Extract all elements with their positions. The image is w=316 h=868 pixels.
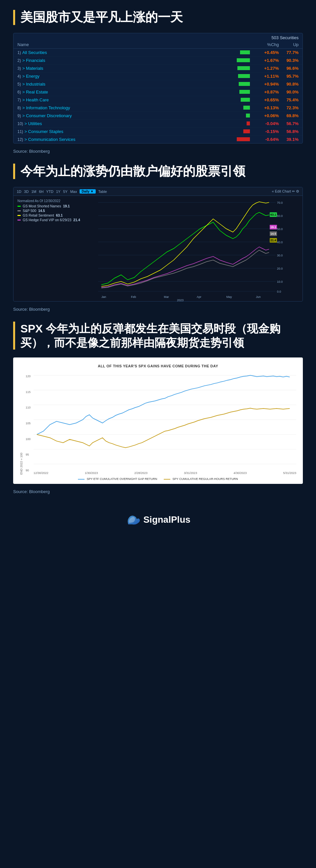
row-chg: +0.13% bbox=[252, 105, 279, 110]
bar-block bbox=[239, 90, 250, 94]
row-num: 11) bbox=[17, 129, 23, 134]
legend-color-1 bbox=[17, 206, 21, 207]
table-row: 2)> Financials+1.67%90.3% bbox=[13, 57, 303, 64]
xtick-4: 3/31/2023 bbox=[184, 471, 197, 475]
col-chg-header: %Chg bbox=[252, 42, 279, 47]
period-ytd[interactable]: YTD bbox=[46, 190, 53, 193]
row-name-text[interactable]: > Industrials bbox=[22, 82, 45, 87]
svg-text:19.1: 19.1 bbox=[270, 225, 276, 229]
ytick-90: 90 bbox=[26, 469, 32, 472]
row-name-text[interactable]: > Utilities bbox=[24, 121, 42, 126]
xtick-6: 5/31/2023 bbox=[283, 471, 296, 475]
legend-gold-line bbox=[164, 479, 170, 479]
row-name-text[interactable]: > Consumer Discretionary bbox=[22, 113, 72, 118]
period-max[interactable]: Max bbox=[70, 190, 77, 193]
row-up: 72.3% bbox=[279, 105, 299, 110]
svg-text:40.0: 40.0 bbox=[277, 241, 283, 244]
row-num: 7) bbox=[17, 98, 21, 102]
table-row: 7)> Health Care+0.65%75.4% bbox=[13, 96, 303, 104]
row-name-text[interactable]: All Securities bbox=[22, 50, 47, 55]
svg-text:Jun: Jun bbox=[256, 295, 261, 299]
table-row: 11)> Consumer Staples-0.15%56.8% bbox=[13, 128, 303, 135]
section1-title: 美国股市又是平凡上涨的一天 bbox=[21, 10, 303, 25]
row-chg: +1.67% bbox=[252, 58, 279, 63]
section3-title-block: SPX 今年为止的反弹都发生在美国交易时段（现金购买），而不是像之前那样由隔夜期… bbox=[13, 321, 303, 349]
legend-item-4: GS Hedge Fund VIP on 6/29/23 21.4 bbox=[17, 218, 80, 222]
row-name-text[interactable]: > Financials bbox=[22, 58, 45, 63]
row-bar bbox=[233, 121, 252, 125]
svg-text:30.0: 30.0 bbox=[277, 254, 283, 257]
bar-block bbox=[237, 66, 250, 70]
table-row: 1)All Securities+0.45%77.7% bbox=[13, 49, 303, 57]
legend-val-1: 19.1 bbox=[63, 204, 70, 208]
row-name-text[interactable]: > Communication Services bbox=[24, 137, 75, 142]
row-bar bbox=[233, 82, 252, 86]
securities-count: 503 Securities bbox=[272, 35, 299, 40]
chart2-body: END 2022 = 100 120 115 110 105 100 95 90 bbox=[20, 372, 296, 475]
svg-text:20.0: 20.0 bbox=[277, 267, 283, 270]
period-1y[interactable]: 1Y bbox=[56, 190, 60, 193]
svg-text:63.1: 63.1 bbox=[270, 213, 276, 216]
col-up-header: Up bbox=[279, 42, 299, 47]
row-chg: +0.87% bbox=[252, 90, 279, 94]
legend-color-4 bbox=[17, 220, 21, 221]
table-btn[interactable]: Table bbox=[98, 190, 107, 193]
section2-title-block: 今年为止的涨势仍由散户偏好的股票引领 bbox=[13, 164, 303, 179]
row-num: 10) bbox=[17, 121, 23, 126]
period-1d[interactable]: 1D bbox=[17, 190, 22, 193]
legend-label-1: GS Most Shorted Names bbox=[23, 204, 61, 208]
row-bar bbox=[233, 129, 252, 133]
row-name-text[interactable]: > Energy bbox=[22, 74, 39, 79]
row-bar bbox=[233, 66, 252, 70]
section2-title: 今年为止的涨势仍由散户偏好的股票引领 bbox=[21, 164, 303, 179]
chart1-legend: Normalized As Of 12/30/2022 GS Most Shor… bbox=[13, 196, 84, 301]
period-5y[interactable]: 5Y bbox=[63, 190, 67, 193]
row-up: 39.1% bbox=[279, 137, 299, 142]
bar-block bbox=[241, 98, 250, 102]
legend-color-3 bbox=[17, 215, 21, 216]
signalplus-icon bbox=[126, 514, 140, 526]
chart1-svg-area: 70.0 60.0 50.0 40.0 30.0 20.0 10.0 0.0 bbox=[84, 196, 303, 301]
table-header-row: 503 Securities bbox=[13, 33, 303, 41]
svg-text:0.0: 0.0 bbox=[277, 290, 281, 293]
row-chg: +1.11% bbox=[252, 74, 279, 79]
table-row: 5)> Industrials+0.94%90.8% bbox=[13, 80, 303, 88]
col-bar-header bbox=[233, 42, 252, 47]
row-bar bbox=[233, 90, 252, 94]
row-up: 90.8% bbox=[279, 82, 299, 87]
edit-chart-btn[interactable]: « Edit Chart ✏ ⚙ bbox=[272, 189, 299, 193]
row-bar bbox=[233, 114, 252, 118]
legend-title: Normalized As Of 12/30/2022 bbox=[17, 199, 80, 203]
row-up: 95.7% bbox=[279, 74, 299, 79]
period-1m[interactable]: 1M bbox=[31, 190, 36, 193]
row-bar bbox=[233, 137, 252, 141]
row-chg: -0.64% bbox=[252, 137, 279, 142]
legend-gold-label: SPY CUMULATIVE REGULAR-HOURS RETURN bbox=[173, 477, 238, 480]
period-6h[interactable]: 6H bbox=[39, 190, 43, 193]
svg-text:21.4: 21.4 bbox=[270, 239, 276, 242]
chart2-x-labels: 12/30/2022 1/30/2023 2/28/2023 3/31/2023… bbox=[34, 471, 296, 475]
ytick-115: 115 bbox=[26, 391, 32, 394]
period-daily-btn[interactable]: Daily ▼ bbox=[79, 189, 96, 193]
row-num: 12) bbox=[17, 137, 23, 142]
period-3d[interactable]: 3D bbox=[24, 190, 29, 193]
row-up: 69.8% bbox=[279, 113, 299, 118]
row-name-text[interactable]: > Information Technology bbox=[22, 105, 70, 110]
row-bar bbox=[233, 58, 252, 62]
bar-block bbox=[243, 129, 250, 133]
row-chg: +0.65% bbox=[252, 97, 279, 102]
row-name-text[interactable]: > Materials bbox=[22, 66, 43, 71]
row-bar bbox=[233, 98, 252, 102]
row-name-text[interactable]: > Health Care bbox=[22, 97, 49, 102]
row-name-text[interactable]: > Real Estate bbox=[22, 90, 48, 94]
chart2-svg bbox=[34, 372, 296, 471]
bloomberg-rows: 1)All Securities+0.45%77.7%2)> Financial… bbox=[13, 49, 303, 143]
chart2-container: ALL OF THIS YEAR'S SPX GAINS HAVE COME D… bbox=[13, 358, 303, 484]
ytick-120: 120 bbox=[26, 375, 32, 378]
legend-label-4: GS Hedge Fund VIP on 6/29/23 bbox=[23, 218, 71, 222]
row-chg: -0.04% bbox=[252, 121, 279, 126]
svg-text:2023: 2023 bbox=[177, 299, 183, 301]
legend-item-2: S&P 500 14.5 bbox=[17, 209, 80, 213]
row-name-text[interactable]: > Consumer Staples bbox=[24, 129, 63, 134]
chart1-container: 1D 3D 1M 6H YTD 1Y 5Y Max Daily ▼ Table … bbox=[13, 187, 303, 302]
